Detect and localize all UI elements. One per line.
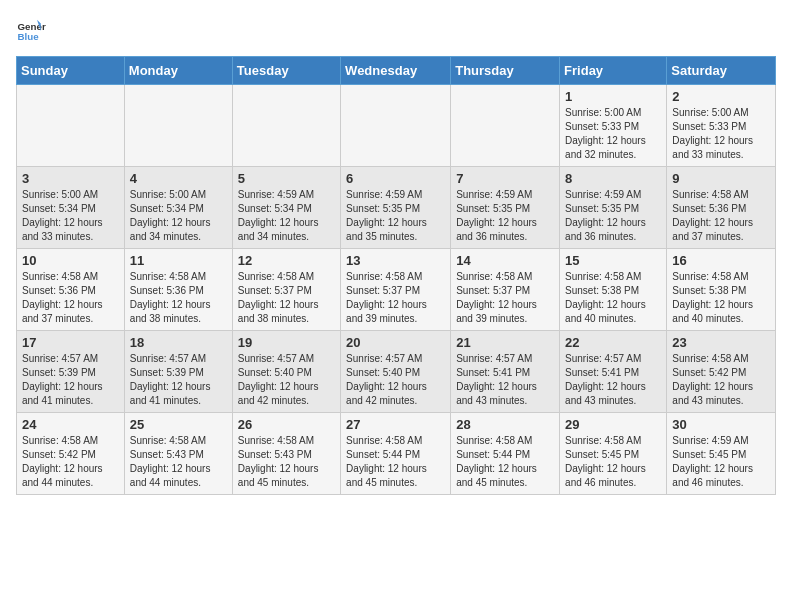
day-number: 23 [672, 335, 770, 350]
calendar-cell: 28Sunrise: 4:58 AM Sunset: 5:44 PM Dayli… [451, 413, 560, 495]
day-number: 4 [130, 171, 227, 186]
calendar-cell: 23Sunrise: 4:58 AM Sunset: 5:42 PM Dayli… [667, 331, 776, 413]
day-number: 11 [130, 253, 227, 268]
calendar-cell: 24Sunrise: 4:58 AM Sunset: 5:42 PM Dayli… [17, 413, 125, 495]
calendar-cell: 2Sunrise: 5:00 AM Sunset: 5:33 PM Daylig… [667, 85, 776, 167]
logo: General Blue [16, 16, 46, 46]
weekday-header: Sunday [17, 57, 125, 85]
calendar-cell: 3Sunrise: 5:00 AM Sunset: 5:34 PM Daylig… [17, 167, 125, 249]
day-info: Sunrise: 4:58 AM Sunset: 5:38 PM Dayligh… [565, 270, 661, 326]
calendar-cell [17, 85, 125, 167]
page-header: General Blue [16, 16, 776, 46]
day-number: 15 [565, 253, 661, 268]
calendar-cell: 29Sunrise: 4:58 AM Sunset: 5:45 PM Dayli… [560, 413, 667, 495]
day-info: Sunrise: 4:58 AM Sunset: 5:36 PM Dayligh… [130, 270, 227, 326]
svg-text:Blue: Blue [18, 31, 40, 42]
calendar-cell: 10Sunrise: 4:58 AM Sunset: 5:36 PM Dayli… [17, 249, 125, 331]
day-number: 10 [22, 253, 119, 268]
day-number: 28 [456, 417, 554, 432]
calendar-cell: 8Sunrise: 4:59 AM Sunset: 5:35 PM Daylig… [560, 167, 667, 249]
weekday-header: Thursday [451, 57, 560, 85]
day-number: 19 [238, 335, 335, 350]
calendar-header-row: SundayMondayTuesdayWednesdayThursdayFrid… [17, 57, 776, 85]
calendar-cell: 11Sunrise: 4:58 AM Sunset: 5:36 PM Dayli… [124, 249, 232, 331]
day-info: Sunrise: 4:57 AM Sunset: 5:40 PM Dayligh… [238, 352, 335, 408]
calendar-cell [124, 85, 232, 167]
weekday-header: Saturday [667, 57, 776, 85]
calendar-cell: 4Sunrise: 5:00 AM Sunset: 5:34 PM Daylig… [124, 167, 232, 249]
day-number: 20 [346, 335, 445, 350]
day-info: Sunrise: 4:58 AM Sunset: 5:37 PM Dayligh… [456, 270, 554, 326]
calendar-cell: 9Sunrise: 4:58 AM Sunset: 5:36 PM Daylig… [667, 167, 776, 249]
day-number: 26 [238, 417, 335, 432]
day-info: Sunrise: 4:58 AM Sunset: 5:43 PM Dayligh… [130, 434, 227, 490]
day-info: Sunrise: 4:58 AM Sunset: 5:44 PM Dayligh… [346, 434, 445, 490]
day-number: 8 [565, 171, 661, 186]
day-number: 7 [456, 171, 554, 186]
weekday-header: Wednesday [341, 57, 451, 85]
day-info: Sunrise: 4:57 AM Sunset: 5:39 PM Dayligh… [22, 352, 119, 408]
day-number: 16 [672, 253, 770, 268]
day-info: Sunrise: 4:58 AM Sunset: 5:37 PM Dayligh… [238, 270, 335, 326]
day-number: 13 [346, 253, 445, 268]
day-info: Sunrise: 4:58 AM Sunset: 5:42 PM Dayligh… [22, 434, 119, 490]
day-number: 5 [238, 171, 335, 186]
calendar-cell: 16Sunrise: 4:58 AM Sunset: 5:38 PM Dayli… [667, 249, 776, 331]
weekday-header: Monday [124, 57, 232, 85]
calendar-cell: 6Sunrise: 4:59 AM Sunset: 5:35 PM Daylig… [341, 167, 451, 249]
day-info: Sunrise: 4:58 AM Sunset: 5:36 PM Dayligh… [22, 270, 119, 326]
calendar-cell: 5Sunrise: 4:59 AM Sunset: 5:34 PM Daylig… [232, 167, 340, 249]
day-number: 12 [238, 253, 335, 268]
weekday-header: Friday [560, 57, 667, 85]
day-info: Sunrise: 4:58 AM Sunset: 5:44 PM Dayligh… [456, 434, 554, 490]
calendar-cell: 20Sunrise: 4:57 AM Sunset: 5:40 PM Dayli… [341, 331, 451, 413]
day-info: Sunrise: 5:00 AM Sunset: 5:33 PM Dayligh… [565, 106, 661, 162]
day-number: 6 [346, 171, 445, 186]
day-info: Sunrise: 5:00 AM Sunset: 5:33 PM Dayligh… [672, 106, 770, 162]
day-info: Sunrise: 4:59 AM Sunset: 5:35 PM Dayligh… [346, 188, 445, 244]
calendar-cell: 13Sunrise: 4:58 AM Sunset: 5:37 PM Dayli… [341, 249, 451, 331]
calendar-cell: 30Sunrise: 4:59 AM Sunset: 5:45 PM Dayli… [667, 413, 776, 495]
weekday-header: Tuesday [232, 57, 340, 85]
day-number: 21 [456, 335, 554, 350]
calendar-cell: 22Sunrise: 4:57 AM Sunset: 5:41 PM Dayli… [560, 331, 667, 413]
calendar-cell: 7Sunrise: 4:59 AM Sunset: 5:35 PM Daylig… [451, 167, 560, 249]
day-info: Sunrise: 4:58 AM Sunset: 5:42 PM Dayligh… [672, 352, 770, 408]
day-info: Sunrise: 4:59 AM Sunset: 5:34 PM Dayligh… [238, 188, 335, 244]
day-info: Sunrise: 4:58 AM Sunset: 5:43 PM Dayligh… [238, 434, 335, 490]
day-number: 24 [22, 417, 119, 432]
calendar-cell [232, 85, 340, 167]
day-info: Sunrise: 4:59 AM Sunset: 5:35 PM Dayligh… [456, 188, 554, 244]
day-info: Sunrise: 5:00 AM Sunset: 5:34 PM Dayligh… [130, 188, 227, 244]
day-info: Sunrise: 4:58 AM Sunset: 5:37 PM Dayligh… [346, 270, 445, 326]
calendar-cell: 25Sunrise: 4:58 AM Sunset: 5:43 PM Dayli… [124, 413, 232, 495]
calendar-body: 1Sunrise: 5:00 AM Sunset: 5:33 PM Daylig… [17, 85, 776, 495]
day-info: Sunrise: 4:57 AM Sunset: 5:40 PM Dayligh… [346, 352, 445, 408]
day-info: Sunrise: 4:57 AM Sunset: 5:41 PM Dayligh… [565, 352, 661, 408]
day-number: 17 [22, 335, 119, 350]
day-number: 2 [672, 89, 770, 104]
calendar-cell: 15Sunrise: 4:58 AM Sunset: 5:38 PM Dayli… [560, 249, 667, 331]
calendar-cell: 17Sunrise: 4:57 AM Sunset: 5:39 PM Dayli… [17, 331, 125, 413]
day-info: Sunrise: 4:58 AM Sunset: 5:36 PM Dayligh… [672, 188, 770, 244]
day-number: 18 [130, 335, 227, 350]
calendar-cell [341, 85, 451, 167]
calendar-cell: 18Sunrise: 4:57 AM Sunset: 5:39 PM Dayli… [124, 331, 232, 413]
calendar-cell: 14Sunrise: 4:58 AM Sunset: 5:37 PM Dayli… [451, 249, 560, 331]
calendar-cell [451, 85, 560, 167]
day-number: 14 [456, 253, 554, 268]
svg-text:General: General [18, 21, 47, 32]
day-number: 22 [565, 335, 661, 350]
calendar-week-row: 17Sunrise: 4:57 AM Sunset: 5:39 PM Dayli… [17, 331, 776, 413]
day-number: 9 [672, 171, 770, 186]
calendar-cell: 27Sunrise: 4:58 AM Sunset: 5:44 PM Dayli… [341, 413, 451, 495]
day-info: Sunrise: 4:58 AM Sunset: 5:45 PM Dayligh… [565, 434, 661, 490]
calendar-week-row: 3Sunrise: 5:00 AM Sunset: 5:34 PM Daylig… [17, 167, 776, 249]
day-number: 25 [130, 417, 227, 432]
day-number: 29 [565, 417, 661, 432]
day-number: 3 [22, 171, 119, 186]
calendar-cell: 12Sunrise: 4:58 AM Sunset: 5:37 PM Dayli… [232, 249, 340, 331]
calendar-week-row: 1Sunrise: 5:00 AM Sunset: 5:33 PM Daylig… [17, 85, 776, 167]
calendar-table: SundayMondayTuesdayWednesdayThursdayFrid… [16, 56, 776, 495]
day-number: 30 [672, 417, 770, 432]
